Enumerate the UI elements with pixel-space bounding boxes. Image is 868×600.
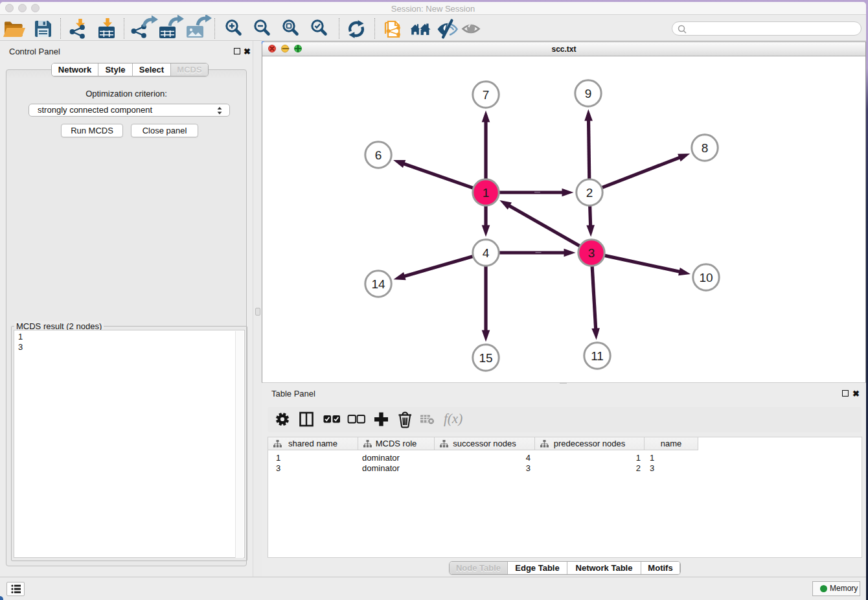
svg-text:8: 8	[702, 141, 709, 155]
svg-text:14: 14	[371, 277, 385, 291]
svg-text:2: 2	[586, 186, 593, 200]
svg-text:1: 1	[483, 186, 490, 200]
svg-text:9: 9	[585, 87, 592, 100]
svg-text:6: 6	[375, 148, 382, 162]
svg-text:7: 7	[483, 88, 490, 102]
svg-text:4: 4	[483, 246, 490, 260]
svg-text:11: 11	[591, 349, 604, 363]
svg-text:3: 3	[588, 246, 595, 260]
svg-text:10: 10	[699, 271, 713, 284]
svg-text:15: 15	[479, 351, 492, 365]
